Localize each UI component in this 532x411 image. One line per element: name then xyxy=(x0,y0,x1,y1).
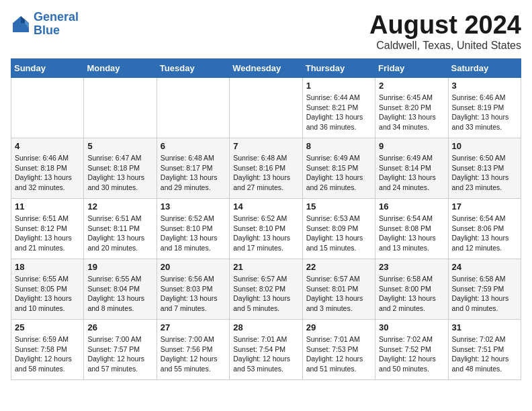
day-number: 30 xyxy=(379,322,444,332)
calendar-cell: 5Sunrise: 6:47 AM Sunset: 8:18 PM Daylig… xyxy=(84,138,157,199)
day-info: Sunrise: 6:49 AM Sunset: 8:14 PM Dayligh… xyxy=(379,153,444,193)
day-number: 23 xyxy=(379,262,444,272)
logo-text: General Blue xyxy=(34,11,79,38)
day-info: Sunrise: 6:54 AM Sunset: 8:06 PM Dayligh… xyxy=(452,214,517,253)
day-number: 1 xyxy=(306,81,371,91)
calendar-cell: 30Sunrise: 7:02 AM Sunset: 7:52 PM Dayli… xyxy=(375,320,448,380)
day-number: 27 xyxy=(161,322,226,332)
day-number: 14 xyxy=(233,201,298,212)
calendar-cell: 21Sunrise: 6:57 AM Sunset: 8:02 PM Dayli… xyxy=(230,259,302,320)
calendar-cell xyxy=(230,78,302,138)
calendar-cell xyxy=(157,78,229,138)
day-info: Sunrise: 7:02 AM Sunset: 7:51 PM Dayligh… xyxy=(452,334,517,374)
day-info: Sunrise: 6:48 AM Sunset: 8:17 PM Dayligh… xyxy=(161,153,226,193)
calendar-cell: 15Sunrise: 6:53 AM Sunset: 8:09 PM Dayli… xyxy=(302,199,375,259)
day-number: 24 xyxy=(452,262,517,272)
calendar-cell: 23Sunrise: 6:58 AM Sunset: 8:00 PM Dayli… xyxy=(375,259,448,320)
calendar-cell: 9Sunrise: 6:49 AM Sunset: 8:14 PM Daylig… xyxy=(375,138,448,199)
day-number: 15 xyxy=(306,201,371,212)
day-number: 19 xyxy=(87,262,152,272)
weekday-header-tuesday: Tuesday xyxy=(157,59,229,78)
day-number: 4 xyxy=(15,141,80,151)
calendar-cell: 31Sunrise: 7:02 AM Sunset: 7:51 PM Dayli… xyxy=(448,320,521,380)
day-number: 26 xyxy=(87,322,152,332)
calendar-cell: 3Sunrise: 6:46 AM Sunset: 8:19 PM Daylig… xyxy=(448,78,521,138)
day-number: 28 xyxy=(233,322,298,332)
calendar-cell: 12Sunrise: 6:51 AM Sunset: 8:11 PM Dayli… xyxy=(84,199,157,259)
day-number: 9 xyxy=(379,141,444,151)
calendar-cell: 4Sunrise: 6:46 AM Sunset: 8:18 PM Daylig… xyxy=(11,138,84,199)
calendar-cell: 16Sunrise: 6:54 AM Sunset: 8:08 PM Dayli… xyxy=(375,199,448,259)
day-number: 25 xyxy=(15,322,80,332)
day-info: Sunrise: 6:47 AM Sunset: 8:18 PM Dayligh… xyxy=(87,153,152,193)
day-number: 8 xyxy=(306,141,371,151)
calendar-cell: 8Sunrise: 6:49 AM Sunset: 8:15 PM Daylig… xyxy=(302,138,375,199)
day-info: Sunrise: 6:51 AM Sunset: 8:11 PM Dayligh… xyxy=(87,214,152,253)
day-number: 20 xyxy=(161,262,226,272)
day-number: 7 xyxy=(233,141,298,151)
day-info: Sunrise: 6:53 AM Sunset: 8:09 PM Dayligh… xyxy=(306,214,371,253)
day-number: 11 xyxy=(15,201,80,212)
day-info: Sunrise: 6:52 AM Sunset: 8:10 PM Dayligh… xyxy=(161,214,226,253)
calendar-cell: 27Sunrise: 7:00 AM Sunset: 7:56 PM Dayli… xyxy=(157,320,229,380)
title-area: August 2024 Caldwell, Texas, United Stat… xyxy=(369,11,521,52)
calendar-body: 1Sunrise: 6:44 AM Sunset: 8:21 PM Daylig… xyxy=(11,78,521,380)
day-info: Sunrise: 6:56 AM Sunset: 8:03 PM Dayligh… xyxy=(161,274,226,314)
day-info: Sunrise: 6:58 AM Sunset: 8:00 PM Dayligh… xyxy=(379,274,444,314)
logo: General Blue xyxy=(11,11,79,38)
day-number: 31 xyxy=(452,322,517,332)
day-number: 16 xyxy=(379,201,444,212)
calendar-cell xyxy=(11,78,84,138)
calendar-cell: 28Sunrise: 7:01 AM Sunset: 7:54 PM Dayli… xyxy=(230,320,302,380)
week-row-1: 1Sunrise: 6:44 AM Sunset: 8:21 PM Daylig… xyxy=(11,78,521,138)
weekday-header-saturday: Saturday xyxy=(448,59,521,78)
calendar-cell: 6Sunrise: 6:48 AM Sunset: 8:17 PM Daylig… xyxy=(157,138,229,199)
day-info: Sunrise: 7:00 AM Sunset: 7:57 PM Dayligh… xyxy=(87,334,152,374)
day-number: 3 xyxy=(452,81,517,91)
calendar-cell: 7Sunrise: 6:48 AM Sunset: 8:16 PM Daylig… xyxy=(230,138,302,199)
day-info: Sunrise: 6:46 AM Sunset: 8:18 PM Dayligh… xyxy=(15,153,80,193)
month-title: August 2024 xyxy=(369,11,521,40)
week-row-4: 18Sunrise: 6:55 AM Sunset: 8:05 PM Dayli… xyxy=(11,259,521,320)
day-info: Sunrise: 6:49 AM Sunset: 8:15 PM Dayligh… xyxy=(306,153,371,193)
day-number: 12 xyxy=(87,201,152,212)
day-info: Sunrise: 7:01 AM Sunset: 7:54 PM Dayligh… xyxy=(233,334,298,374)
location-title: Caldwell, Texas, United States xyxy=(369,40,521,52)
day-info: Sunrise: 6:55 AM Sunset: 8:04 PM Dayligh… xyxy=(87,274,152,314)
calendar-cell: 24Sunrise: 6:58 AM Sunset: 7:59 PM Dayli… xyxy=(448,259,521,320)
day-number: 21 xyxy=(233,262,298,272)
day-info: Sunrise: 6:44 AM Sunset: 8:21 PM Dayligh… xyxy=(306,93,371,132)
day-info: Sunrise: 7:02 AM Sunset: 7:52 PM Dayligh… xyxy=(379,334,444,374)
day-number: 18 xyxy=(15,262,80,272)
calendar-cell: 22Sunrise: 6:57 AM Sunset: 8:01 PM Dayli… xyxy=(302,259,375,320)
logo-line2: Blue xyxy=(34,24,60,37)
calendar-cell: 25Sunrise: 6:59 AM Sunset: 7:58 PM Dayli… xyxy=(11,320,84,380)
weekday-header-monday: Monday xyxy=(84,59,157,78)
day-info: Sunrise: 6:57 AM Sunset: 8:02 PM Dayligh… xyxy=(233,274,298,314)
day-info: Sunrise: 6:48 AM Sunset: 8:16 PM Dayligh… xyxy=(233,153,298,193)
day-number: 5 xyxy=(87,141,152,151)
day-info: Sunrise: 6:55 AM Sunset: 8:05 PM Dayligh… xyxy=(15,274,80,314)
day-info: Sunrise: 6:51 AM Sunset: 8:12 PM Dayligh… xyxy=(15,214,80,253)
weekday-header-row: SundayMondayTuesdayWednesdayThursdayFrid… xyxy=(11,59,521,78)
calendar-table: SundayMondayTuesdayWednesdayThursdayFrid… xyxy=(11,58,521,380)
day-info: Sunrise: 6:59 AM Sunset: 7:58 PM Dayligh… xyxy=(15,334,80,374)
calendar-cell: 20Sunrise: 6:56 AM Sunset: 8:03 PM Dayli… xyxy=(157,259,229,320)
day-info: Sunrise: 6:45 AM Sunset: 8:20 PM Dayligh… xyxy=(379,93,444,132)
calendar-cell: 1Sunrise: 6:44 AM Sunset: 8:21 PM Daylig… xyxy=(302,78,375,138)
day-number: 10 xyxy=(452,141,517,151)
day-info: Sunrise: 6:50 AM Sunset: 8:13 PM Dayligh… xyxy=(452,153,517,193)
day-info: Sunrise: 7:01 AM Sunset: 7:53 PM Dayligh… xyxy=(306,334,371,374)
day-info: Sunrise: 6:52 AM Sunset: 8:10 PM Dayligh… xyxy=(233,214,298,253)
day-number: 29 xyxy=(306,322,371,332)
week-row-3: 11Sunrise: 6:51 AM Sunset: 8:12 PM Dayli… xyxy=(11,199,521,259)
weekday-header-wednesday: Wednesday xyxy=(230,59,302,78)
week-row-2: 4Sunrise: 6:46 AM Sunset: 8:18 PM Daylig… xyxy=(11,138,521,199)
calendar-cell: 2Sunrise: 6:45 AM Sunset: 8:20 PM Daylig… xyxy=(375,78,448,138)
calendar-cell xyxy=(84,78,157,138)
day-number: 17 xyxy=(452,201,517,212)
day-info: Sunrise: 6:46 AM Sunset: 8:19 PM Dayligh… xyxy=(452,93,517,132)
day-number: 13 xyxy=(161,201,226,212)
logo-icon xyxy=(11,14,31,34)
week-row-5: 25Sunrise: 6:59 AM Sunset: 7:58 PM Dayli… xyxy=(11,320,521,380)
